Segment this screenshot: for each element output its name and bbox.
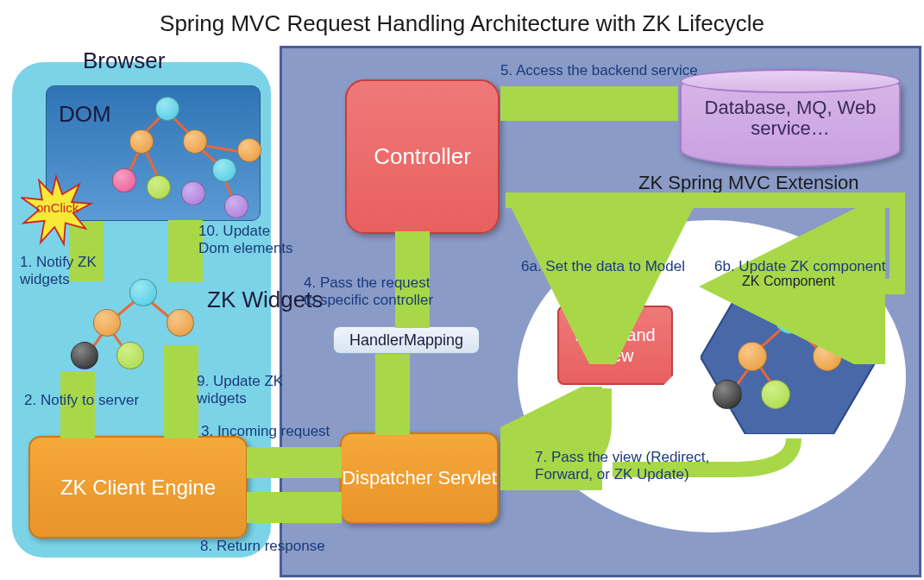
step-7-label: 7. Pass the view (Redirect, Forward, or … xyxy=(535,449,716,484)
step-10-label: 10. Update Dom elements xyxy=(198,223,302,258)
step-9-label: 9. Update ZK widgets xyxy=(197,373,292,408)
dispatcher-servlet-box: Dispatcher Servlet xyxy=(340,432,499,524)
step-4-label: 4. Pass the request to specific controll… xyxy=(304,274,442,310)
step-8-label: 8. Return response xyxy=(200,538,325,555)
handler-mapping-box: HandlerMapping xyxy=(333,326,480,354)
dispatcher-text: Dispatcher Servlet xyxy=(342,467,497,489)
step-5-label: 5. Access the backend service xyxy=(500,62,698,79)
dom-label: DOM xyxy=(59,101,111,128)
database-cylinder: Database, MQ, Web service… xyxy=(680,69,901,167)
database-text: Database, MQ, Web service… xyxy=(682,98,899,139)
arrow-10-update-dom xyxy=(168,220,203,282)
arrow-9-update-widgets xyxy=(164,345,198,438)
arrow-dispatcher-to-handler xyxy=(375,354,410,435)
controller-box: Controller xyxy=(345,79,500,234)
arrow-6-extension xyxy=(500,192,915,364)
step-2-label: 2. Notify to server xyxy=(24,392,139,409)
step-3-label: 3. Incoming request xyxy=(201,423,330,440)
step-1-label: 1. Notify ZK widgets xyxy=(20,254,106,289)
arrow-3-incoming-request xyxy=(247,447,342,478)
arrow-5-access-backend xyxy=(500,86,678,121)
step-6a-label: 6a. Set the data to Model xyxy=(521,258,685,275)
browser-label: Browser xyxy=(83,47,165,74)
diagram-title: Spring MVC Request Handling Architecture… xyxy=(0,10,924,37)
zk-component-label: ZK Component xyxy=(742,274,835,289)
zk-client-engine-box: ZK Client Engine xyxy=(28,436,248,539)
onclick-label: onClick xyxy=(36,200,79,215)
arrow-8-return-response xyxy=(247,492,342,523)
